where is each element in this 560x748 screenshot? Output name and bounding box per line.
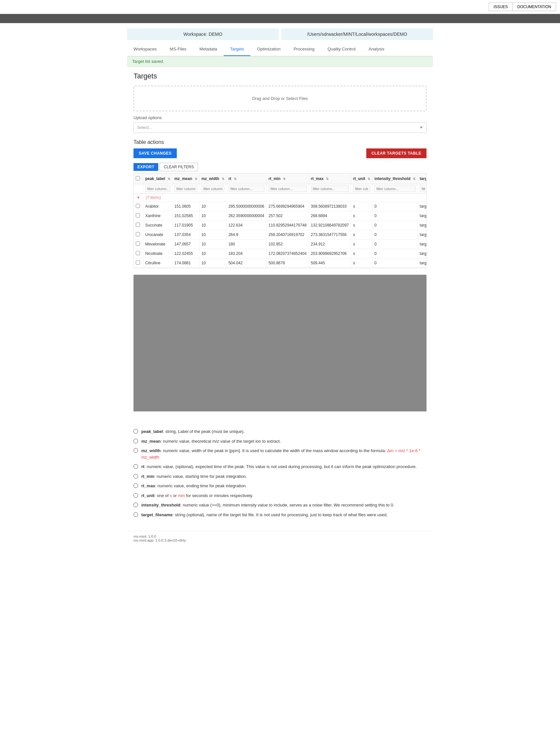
col-rt-unit[interactable]: rt_unit ⇅ — [351, 173, 372, 184]
filter-mz-width[interactable] — [202, 186, 224, 192]
sort-icon-mz-mean: ⇅ — [195, 177, 197, 181]
page-content: Targets Drag and Drop or Select Files Up… — [127, 67, 433, 423]
select-all-checkbox[interactable] — [136, 176, 140, 180]
header-bar — [0, 14, 560, 23]
cell-rt: 122.634 — [226, 221, 266, 230]
doc-mz-width: mz_width: numeric value, width of the pe… — [134, 448, 426, 460]
col-mz-width[interactable]: mz_width ⇅ — [199, 173, 226, 184]
doc-bullet — [134, 493, 138, 498]
drop-zone[interactable]: Drag and Drop or Select Files — [134, 86, 426, 111]
clear-filters-button[interactable]: CLEAR FILTERS — [160, 163, 198, 171]
cell-intensity-threshold: 0 — [372, 202, 418, 211]
cell-intensity-threshold: 0 — [372, 239, 418, 249]
save-changes-button[interactable]: SAVE CHANGES — [134, 148, 177, 158]
export-button[interactable]: EXPORT — [134, 163, 158, 171]
data-table-wrap: peak_label ⇅ mz_mean ⇅ mz_width ⇅ rt — [134, 173, 426, 268]
cell-rt-max: 273.3831547717556 — [309, 230, 351, 239]
cell-peak-label: Succinate — [143, 221, 172, 230]
cell-mz-mean: 151.0605 — [172, 202, 199, 211]
top-nav: ISSUES DOCUMENTATION — [0, 0, 560, 14]
cell-intensity-threshold: 0 — [372, 221, 418, 230]
cell-mz-mean: 122.02455 — [172, 249, 199, 258]
sort-icon-peak-label: ⇅ — [168, 177, 170, 181]
actions-row: SAVE CHANGES CLEAR TARGETS TABLE — [134, 148, 426, 158]
tab-quality-control[interactable]: Quality Control — [321, 43, 362, 56]
upload-select[interactable]: Select... — [134, 122, 426, 133]
cell-rt-max: 268.6894 — [309, 211, 351, 221]
col-select-all[interactable] — [134, 173, 143, 184]
tab-workspaces[interactable]: Workspaces — [127, 43, 163, 56]
doc-bullet — [134, 512, 138, 517]
cell-mz-mean: 151.02585 — [172, 211, 199, 221]
cell-rt-unit: s — [351, 258, 372, 268]
col-targ[interactable]: targ — [418, 173, 426, 184]
filter-targ[interactable] — [420, 186, 426, 192]
col-rt-max[interactable]: rt_max ⇅ — [309, 173, 351, 184]
tab-targets[interactable]: Targets — [224, 43, 251, 56]
cell-peak-label: Arabitol — [143, 202, 172, 211]
row-checkbox[interactable] — [136, 260, 140, 265]
clear-targets-button[interactable]: CLEAR TARGETS TABLE — [366, 148, 426, 158]
tab-metadata[interactable]: Metadata — [193, 43, 224, 56]
cell-mz-width: 10 — [199, 230, 226, 239]
cell-mz-width: 10 — [199, 202, 226, 211]
row-checkbox[interactable] — [136, 232, 140, 236]
tab-ms-files[interactable]: MS-Files — [163, 43, 193, 56]
tab-optimization[interactable]: Optimization — [250, 43, 287, 56]
page-title: Targets — [134, 72, 426, 80]
col-peak-label[interactable]: peak_label ⇅ — [143, 173, 172, 184]
row-checkbox[interactable] — [136, 251, 140, 255]
sort-icon-intensity: ⇅ — [413, 177, 416, 181]
cell-peak-label: Nicotinate — [143, 249, 172, 258]
cell-mz-width: 10 — [199, 239, 226, 249]
cell-rt-min: 102.852 — [266, 239, 309, 249]
filter-mz-mean[interactable] — [174, 186, 197, 192]
table-actions-section: Table actions SAVE CHANGES CLEAR TARGETS… — [134, 139, 426, 158]
col-rt[interactable]: rt ⇅ — [226, 173, 266, 184]
cell-rt-unit: s — [351, 202, 372, 211]
cell-intensity-threshold: 0 — [372, 230, 418, 239]
filter-rt-max[interactable] — [311, 186, 349, 192]
row-checkbox[interactable] — [136, 213, 140, 217]
cell-rt-min: 110.82952944176748 — [266, 221, 309, 230]
cell-rt: 183.204 — [226, 249, 266, 258]
cell-rt-max: 132.92108649782097 — [309, 221, 351, 230]
cell-rt-min: 500.8678 — [266, 258, 309, 268]
table-row: Mevalonate 147.0657 10 180 102.852 234.9… — [134, 239, 426, 249]
issues-button[interactable]: ISSUES — [489, 3, 512, 11]
table-filter-row — [134, 184, 426, 194]
table-actions-title: Table actions — [134, 139, 426, 145]
tab-processing[interactable]: Processing — [287, 43, 321, 56]
filter-rt-min[interactable] — [269, 186, 307, 192]
workspace-row: Workspace: DEMO /Users/sdrwacker/MINT/Lo… — [127, 28, 433, 40]
doc-peak-label: peak_label: string, Label of the peak (m… — [134, 428, 426, 435]
tab-analysis[interactable]: Analysis — [362, 43, 391, 56]
cell-rt-unit: s — [351, 211, 372, 221]
cell-mz-width: 10 — [199, 221, 226, 230]
cell-intensity-threshold: 0 — [372, 258, 418, 268]
doc-bullet — [134, 483, 138, 488]
table-row: Succinate 117.01905 10 122.634 110.82952… — [134, 221, 426, 230]
cell-targ: targ — [418, 239, 426, 249]
doc-bullet — [134, 474, 138, 478]
workspace-label: Workspace: DEMO — [127, 28, 279, 40]
filter-rt-unit[interactable] — [353, 186, 370, 192]
col-rt-min[interactable]: rt_min ⇅ — [266, 173, 309, 184]
filter-peak-label[interactable] — [145, 186, 170, 192]
col-intensity-threshold[interactable]: intensity_threshold ⇅ — [372, 173, 418, 184]
row-checkbox[interactable] — [136, 241, 140, 246]
cell-rt: 295.5000000000006 — [226, 202, 266, 211]
cell-peak-label: Mevalonate — [143, 239, 172, 249]
filter-rt[interactable] — [229, 186, 264, 192]
col-mz-mean[interactable]: mz_mean ⇅ — [172, 173, 199, 184]
cell-rt-max: 234.912 — [309, 239, 351, 249]
documentation-button[interactable]: DOCUMENTATION — [512, 3, 556, 11]
row-checkbox[interactable] — [136, 223, 140, 227]
cell-rt-max: 509.445 — [309, 258, 351, 268]
cell-mz-mean: 147.0657 — [172, 239, 199, 249]
filter-intensity[interactable] — [374, 186, 416, 192]
row-checkbox[interactable] — [136, 204, 140, 208]
group-row: ▼ (7 items) — [134, 194, 426, 202]
cell-mz-mean: 117.01905 — [172, 221, 199, 230]
cell-rt-unit: s — [351, 230, 372, 239]
